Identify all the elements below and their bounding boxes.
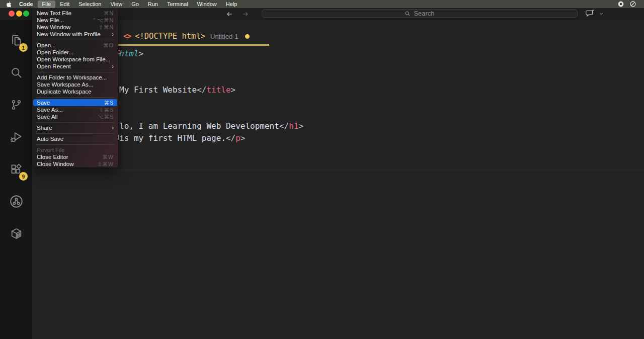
menu-item-label: Revert File bbox=[37, 147, 65, 153]
menu-item-label: Close Editor bbox=[37, 154, 68, 160]
run-and-debug-activity-button[interactable] bbox=[6, 127, 26, 147]
menubar-item-window[interactable]: Window bbox=[193, 1, 221, 8]
menubar-item-file[interactable]: File bbox=[38, 1, 56, 8]
menu-item-label: Save bbox=[37, 100, 50, 106]
extensions-activity-button[interactable]: 9 bbox=[6, 159, 26, 179]
active-tab-underline bbox=[101, 44, 269, 46]
source-control-activity-button[interactable] bbox=[6, 95, 26, 115]
dirty-indicator-dot[interactable] bbox=[245, 34, 250, 39]
menu-item-shortcut: ⇧⌘N bbox=[99, 24, 114, 30]
menu-separator bbox=[36, 144, 114, 145]
menu-item-save-as[interactable]: Save As...⇧⌘S bbox=[33, 106, 117, 113]
forward-arrow-icon[interactable] bbox=[240, 9, 251, 20]
macos-menubar: CodeFileEditSelectionViewGoRunTerminalWi… bbox=[0, 0, 644, 8]
menubar-item-selection[interactable]: Selection bbox=[74, 1, 106, 8]
menu-item-open[interactable]: Open...⌘O bbox=[33, 42, 117, 49]
code-line-fragment: lo, I am Learning Web Development</h1> bbox=[119, 120, 303, 132]
menu-item-add-folder-to-workspace[interactable]: Add Folder to Workspace... bbox=[33, 74, 117, 81]
current-line-border bbox=[32, 170, 644, 170]
menu-item-share[interactable]: Share› bbox=[33, 124, 117, 131]
menu-item-shortcut: ⌘S bbox=[104, 100, 114, 106]
submenu-arrow-icon: › bbox=[112, 125, 114, 130]
code-line-fragment: is my first HTML page.</p> bbox=[119, 132, 245, 144]
menu-item-label: Auto Save bbox=[37, 136, 63, 142]
menu-item-shortcut: ⌘N bbox=[104, 10, 114, 16]
copilot-chat-icon[interactable] bbox=[585, 9, 595, 18]
extensions-badge: 9 bbox=[19, 172, 28, 181]
menubar-item-help[interactable]: Help bbox=[221, 1, 242, 8]
slash-circle-icon[interactable] bbox=[630, 1, 636, 7]
menu-item-save-workspace-as[interactable]: Save Workspace As... bbox=[33, 81, 117, 88]
search-activity-button[interactable] bbox=[6, 62, 26, 82]
search-input[interactable]: Search bbox=[262, 9, 578, 18]
menu-item-close-window[interactable]: Close Window⇧⌘W bbox=[33, 160, 117, 167]
explorer-badge: 1 bbox=[19, 43, 28, 52]
source-control-icon bbox=[10, 98, 23, 112]
menu-item-label: New Window with Profile bbox=[37, 31, 101, 37]
menu-item-shortcut: ⇧⌘W bbox=[98, 161, 114, 167]
menubar-item-run[interactable]: Run bbox=[143, 1, 163, 8]
tab-label: <!DOCTYPE html> bbox=[135, 32, 205, 41]
menu-item-shortcut: ⇧⌘S bbox=[99, 107, 114, 113]
explorer-activity-button[interactable]: 1 bbox=[6, 30, 26, 50]
minimize-button[interactable] bbox=[16, 11, 22, 17]
menubar-item-terminal[interactable]: Terminal bbox=[163, 1, 193, 8]
menu-separator bbox=[36, 72, 114, 72]
run-debug-icon bbox=[10, 130, 23, 144]
menu-item-open-workspace-from-file[interactable]: Open Workspace from File... bbox=[33, 56, 117, 63]
menu-item-label: Open... bbox=[37, 42, 56, 48]
close-button[interactable] bbox=[9, 11, 15, 17]
menubar-item-go[interactable]: Go bbox=[127, 1, 143, 8]
menu-separator bbox=[36, 122, 114, 123]
menu-item-shortcut: ⌘O bbox=[103, 42, 114, 48]
clipped-char-mark bbox=[118, 53, 120, 54]
menu-item-duplicate-workspace[interactable]: Duplicate Workspace bbox=[33, 88, 117, 95]
menu-item-new-window[interactable]: New Window⇧⌘N bbox=[33, 24, 117, 31]
package-activity-button[interactable] bbox=[6, 223, 26, 243]
menu-item-label: Share bbox=[37, 125, 52, 131]
menu-item-shortcut: ⌘W bbox=[103, 154, 114, 160]
tab-description: Untitled-1 bbox=[210, 33, 238, 40]
menu-item-auto-save[interactable]: Auto Save bbox=[33, 135, 117, 142]
menubar-item-edit[interactable]: Edit bbox=[55, 1, 74, 8]
screen: CodeFileEditSelectionViewGoRunTerminalWi… bbox=[0, 0, 644, 339]
menu-item-open-recent[interactable]: Open Recent› bbox=[33, 63, 117, 70]
back-arrow-icon[interactable] bbox=[224, 9, 235, 20]
submenu-arrow-icon: › bbox=[112, 32, 114, 37]
file-dropdown-menu: New Text File⌘NNew File...⌃⌥⌘NNew Window… bbox=[32, 8, 118, 167]
menu-separator bbox=[36, 40, 114, 40]
package-icon bbox=[10, 227, 23, 240]
menu-item-new-window-with-profile[interactable]: New Window with Profile› bbox=[33, 31, 117, 38]
menu-item-label: New Text File bbox=[37, 10, 71, 16]
menu-item-revert-file: Revert File bbox=[33, 146, 117, 153]
menu-item-new-text-file[interactable]: New Text File⌘N bbox=[33, 10, 117, 17]
menu-item-save-all[interactable]: Save All⌥⌘S bbox=[33, 113, 117, 120]
menu-separator bbox=[36, 97, 114, 98]
chevron-down-icon[interactable] bbox=[598, 11, 604, 16]
menubar-item-code[interactable]: Code bbox=[15, 1, 38, 8]
submenu-arrow-icon: › bbox=[112, 64, 114, 69]
menu-separator bbox=[36, 133, 114, 134]
editor-area[interactable]: <> <!DOCTYPE html> Untitled-1 html>My Fi… bbox=[32, 20, 644, 339]
menu-item-save[interactable]: Save⌘S bbox=[33, 99, 117, 106]
screen-recording-icon[interactable] bbox=[618, 1, 624, 7]
live-share-activity-button[interactable] bbox=[6, 191, 26, 211]
menu-item-shortcut: ⌃⌥⌘N bbox=[92, 17, 114, 23]
menu-item-label: Save As... bbox=[37, 107, 63, 113]
menu-item-label: New File... bbox=[37, 17, 64, 23]
apple-logo-icon[interactable] bbox=[6, 1, 12, 8]
menu-item-open-folder[interactable]: Open Folder... bbox=[33, 49, 117, 56]
search-placeholder: Search bbox=[414, 10, 434, 17]
activity-bar: 19 bbox=[0, 20, 32, 339]
menu-item-label: Open Folder... bbox=[37, 49, 73, 55]
search-glass-icon bbox=[405, 11, 411, 17]
zoom-button[interactable] bbox=[23, 11, 29, 17]
menu-item-close-editor[interactable]: Close Editor⌘W bbox=[33, 153, 117, 160]
editor-tab-untitled-1[interactable]: <> <!DOCTYPE html> Untitled-1 bbox=[101, 26, 269, 46]
menu-item-label: New Window bbox=[37, 24, 70, 30]
menubar-item-view[interactable]: View bbox=[106, 1, 127, 8]
menu-item-new-file[interactable]: New File...⌃⌥⌘N bbox=[33, 17, 117, 24]
menu-item-label: Save Workspace As... bbox=[37, 81, 93, 88]
menu-item-label: Open Recent bbox=[37, 63, 71, 69]
html-file-icon: <> bbox=[123, 32, 130, 41]
